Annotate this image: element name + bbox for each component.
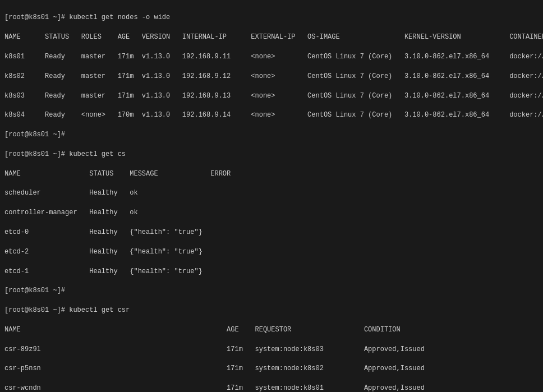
line-2: NAME STATUS ROLES AGE VERSION INTERNAL-I… xyxy=(4,33,543,41)
line-19: csr-p5nsn 171m system:node:k8s02 Approve… xyxy=(4,365,425,372)
line-14: etcd-1 Healthy {"health": "true"} xyxy=(4,268,203,275)
line-11: controller-manager Healthy ok xyxy=(4,209,138,216)
line-7: [root@k8s01 ~]# xyxy=(4,131,65,139)
line-13: etcd-2 Healthy {"health": "true"} xyxy=(4,248,203,256)
line-6: k8s04 Ready <none> 170m v1.13.0 192.168.… xyxy=(4,111,543,119)
line-1: [root@k8s01 ~]# kubectl get nodes -o wid… xyxy=(4,13,170,21)
line-12: etcd-0 Healthy {"health": "true"} xyxy=(4,228,203,236)
line-5: k8s03 Ready master 171m v1.13.0 192.168.… xyxy=(4,92,543,100)
line-10: scheduler Healthy ok xyxy=(4,189,138,197)
line-17: NAME AGE REQUESTOR CONDITION xyxy=(4,326,401,334)
line-16: [root@k8s01 ~]# kubectl get csr xyxy=(4,306,130,314)
line-4: k8s02 Ready master 171m v1.13.0 192.168.… xyxy=(4,72,543,80)
line-9: NAME STATUS MESSAGE ERROR xyxy=(4,170,231,178)
line-20: csr-wcndn 171m system:node:k8s01 Approve… xyxy=(4,384,425,392)
line-15: [root@k8s01 ~]# xyxy=(4,287,65,294)
line-8: [root@k8s01 ~]# kubectl get cs xyxy=(4,150,126,158)
line-18: csr-89z9l 171m system:node:k8s03 Approve… xyxy=(4,345,425,353)
line-3: k8s01 Ready master 171m v1.13.0 192.168.… xyxy=(4,53,543,61)
terminal-output: [root@k8s01 ~]# kubectl get nodes -o wid… xyxy=(4,3,539,392)
